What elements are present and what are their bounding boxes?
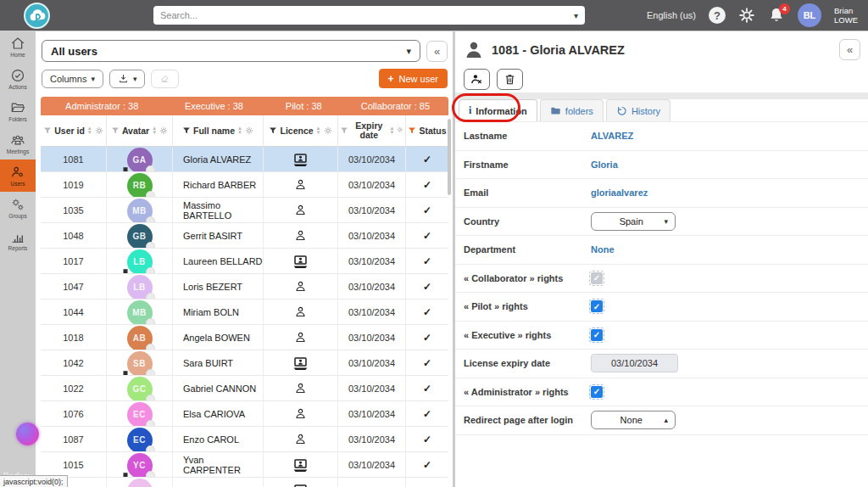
status-cell: ✓ bbox=[406, 172, 448, 197]
redirect-page-after-login-select[interactable]: None▴ bbox=[591, 411, 676, 429]
table-row[interactable]: 1035 MB Massimo BARTELLO 03/10/2034 ✓ bbox=[41, 198, 448, 223]
sidebar-item-folders[interactable]: Folders bbox=[0, 95, 36, 127]
stat-pilot: Pilot : 38 bbox=[265, 101, 342, 111]
add-user-button[interactable]: + New user bbox=[379, 69, 448, 88]
filter-funnel-icon[interactable] bbox=[182, 126, 191, 135]
admin-licence-icon bbox=[292, 355, 309, 371]
column-settings-gear-icon[interactable] bbox=[95, 126, 103, 135]
notifications-bell-icon[interactable]: 4 bbox=[768, 7, 785, 24]
sidebar-item-actions[interactable]: Actions bbox=[0, 63, 36, 95]
column-header-avatar[interactable]: Avatar ▲▼ bbox=[107, 115, 173, 146]
column-header-label: Licence bbox=[280, 126, 313, 136]
info-icon: i bbox=[469, 104, 471, 117]
sort-arrows-icon[interactable]: ▲▼ bbox=[237, 126, 242, 135]
help-icon[interactable]: ? bbox=[709, 7, 726, 24]
filter-funnel-icon[interactable] bbox=[43, 126, 52, 135]
department-value-link[interactable]: None bbox=[591, 244, 615, 255]
tab-folders[interactable]: folders bbox=[540, 99, 604, 121]
collapse-list-panel-button[interactable]: « bbox=[426, 41, 448, 62]
column-header-licence[interactable]: Licence ▲▼ bbox=[264, 115, 338, 146]
sidebar-item-groups[interactable]: Groups bbox=[0, 192, 36, 224]
tab-information[interactable]: i Information bbox=[459, 99, 537, 121]
license-expiry-date-input[interactable]: 03/10/2034 bbox=[591, 354, 678, 372]
full-name-cell: Loris BEZERT bbox=[173, 274, 264, 299]
tab-label: folders bbox=[565, 106, 593, 116]
plus-icon: + bbox=[388, 73, 394, 85]
filter-funnel-icon[interactable] bbox=[111, 126, 120, 135]
table-row[interactable]: 1018 AB Angela BOWEN 03/10/2034 ✓ bbox=[41, 325, 448, 350]
full-name-cell: Massimo BARTELLO bbox=[173, 198, 264, 222]
collaborator-rights-checkbox: ✓ bbox=[591, 272, 603, 284]
column-settings-gear-icon[interactable] bbox=[245, 126, 253, 135]
executive-rights-checkbox[interactable]: ✓ bbox=[591, 329, 603, 341]
table-row[interactable]: 1019 RB Richard BARBER 03/10/2034 ✓ bbox=[41, 172, 448, 198]
filter-funnel-icon[interactable] bbox=[340, 126, 348, 135]
chevron-down-icon[interactable]: ▾ bbox=[574, 11, 578, 20]
app-logo-icon[interactable] bbox=[24, 3, 50, 29]
licence-cell bbox=[264, 223, 338, 248]
table-row[interactable]: 1081 GA Gloria ALVAREZ 03/10/2034 ✓ bbox=[41, 147, 448, 172]
sidebar-item-meetings[interactable]: Meetings bbox=[0, 127, 36, 160]
export-button[interactable]: ▾ bbox=[109, 70, 146, 88]
ai-assistant-icon[interactable] bbox=[16, 423, 39, 445]
table-scrollbar[interactable] bbox=[448, 119, 451, 195]
table-row[interactable]: 1087 EC Enzo CAROL 03/10/2034 ✓ bbox=[41, 427, 448, 452]
table-row[interactable]: 1047 LB Loris BEZERT 03/10/2034 ✓ bbox=[41, 274, 448, 299]
language-selector[interactable]: English (us) bbox=[647, 10, 696, 20]
expiry-date-cell: 03/10/2034 bbox=[338, 299, 406, 324]
expiry-date-cell: 03/10/2034 bbox=[338, 325, 406, 350]
column-settings-gear-icon[interactable] bbox=[159, 126, 168, 135]
firstname-value-link[interactable]: Gloria bbox=[591, 160, 618, 170]
table-row[interactable]: 1015 YC Yvan CARPENTER 03/10/2034 ✓ bbox=[41, 452, 448, 478]
filter-funnel-icon[interactable] bbox=[408, 126, 416, 135]
sort-arrows-icon[interactable]: ▲▼ bbox=[87, 126, 92, 135]
table-row[interactable]: 1076 EC Elsa CARIOVA 03/10/2034 ✓ bbox=[41, 401, 448, 427]
sidebar-item-home[interactable]: Home bbox=[0, 31, 36, 63]
column-header-status[interactable]: Status bbox=[406, 115, 448, 146]
status-cell bbox=[406, 478, 448, 487]
field-row-email: Email gloriaalvarez bbox=[455, 179, 868, 208]
settings-gear-icon[interactable] bbox=[738, 7, 755, 24]
sidebar-item-reports[interactable]: Reports bbox=[0, 224, 36, 256]
topbar-right-cluster: English (us) ? 4 BL Brian LOWE bbox=[647, 0, 858, 31]
field-row-license-expiry-date: License expiry date 03/10/2034 bbox=[455, 350, 868, 378]
collapse-detail-panel-button[interactable]: « bbox=[839, 39, 860, 60]
topbar: Search... ▾ English (us) ? 4 BL Brian LO… bbox=[0, 0, 868, 31]
sort-arrows-icon[interactable]: ▲▼ bbox=[316, 126, 321, 135]
user-licence-icon bbox=[294, 407, 307, 420]
deactivate-user-button[interactable] bbox=[464, 69, 490, 90]
table-row[interactable]: 1044 MB Miriam BOLN 03/10/2034 ✓ bbox=[41, 299, 448, 325]
column-header-full-name[interactable]: Full name ▲▼ bbox=[173, 115, 264, 146]
sort-arrows-icon[interactable]: ▲▼ bbox=[152, 126, 157, 135]
clear-filters-button[interactable] bbox=[151, 70, 179, 88]
column-header-label: Expiry date bbox=[351, 121, 387, 140]
status-cell: ✓ bbox=[406, 299, 448, 324]
tab-history[interactable]: History bbox=[606, 99, 670, 121]
pilot-rights-checkbox[interactable]: ✓ bbox=[591, 300, 603, 312]
user-avatar[interactable]: BL bbox=[798, 3, 821, 27]
column-header-user-id[interactable]: User id ▲▼ bbox=[41, 115, 107, 146]
sidebar-item-users[interactable]: Users bbox=[0, 160, 36, 192]
administrator-rights-checkbox[interactable]: ✓ bbox=[591, 386, 603, 398]
folder-icon bbox=[550, 105, 561, 116]
lastname-value-link[interactable]: ALVAREZ bbox=[591, 131, 633, 141]
user-licence-icon bbox=[294, 204, 307, 216]
expiry-date-cell: 03/10/2034 bbox=[338, 274, 406, 299]
column-header-expiry-date[interactable]: Expiry date ▲▼ bbox=[338, 115, 406, 146]
user-filter-select[interactable]: All users ▾ bbox=[42, 40, 420, 62]
status-cell: ✓ bbox=[406, 401, 448, 426]
delete-user-button[interactable] bbox=[497, 69, 523, 90]
column-settings-gear-icon[interactable] bbox=[397, 126, 403, 135]
filter-funnel-icon[interactable] bbox=[269, 126, 277, 135]
email-value-link[interactable]: gloriaalvarez bbox=[591, 188, 648, 198]
table-row[interactable] bbox=[41, 478, 448, 487]
table-row[interactable]: 1022 GC Gabriel CANNON 03/10/2034 ✓ bbox=[41, 376, 448, 401]
sort-arrows-icon[interactable]: ▲▼ bbox=[390, 126, 395, 135]
columns-button[interactable]: Columns ▾ bbox=[42, 70, 103, 88]
table-row[interactable]: 1017 LB Laureen BELLARD 03/10/2034 ✓ bbox=[41, 249, 448, 274]
country-select[interactable]: Spain▾ bbox=[591, 212, 676, 231]
table-row[interactable]: 1048 GB Gerrit BASIRT 03/10/2034 ✓ bbox=[41, 223, 448, 249]
table-row[interactable]: 1042 SB Sara BUIRT 03/10/2034 ✓ bbox=[41, 350, 448, 376]
column-settings-gear-icon[interactable] bbox=[324, 126, 332, 135]
search-input[interactable]: Search... ▾ bbox=[153, 6, 585, 25]
